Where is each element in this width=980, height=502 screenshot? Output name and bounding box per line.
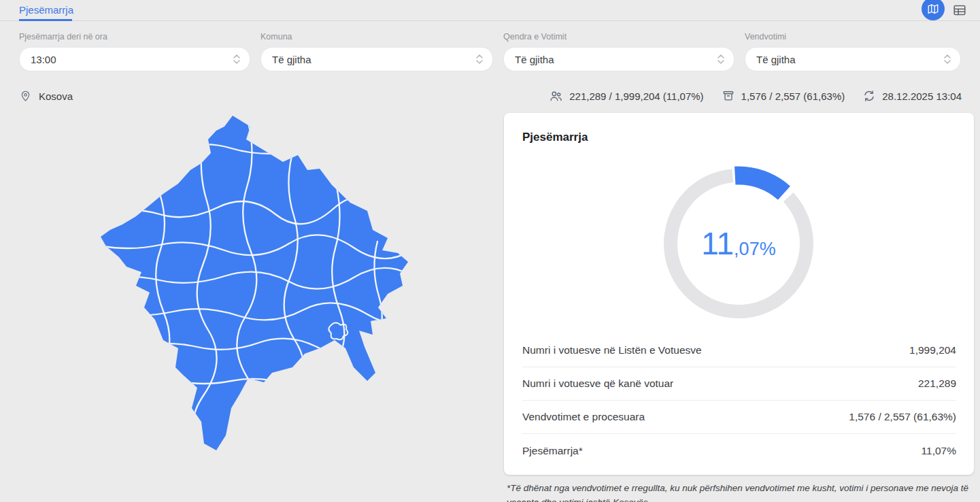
footnote: *Të dhënat nga vendvotimet e rregullta, … bbox=[507, 482, 976, 502]
view-toggle bbox=[922, 0, 968, 20]
selected-value: Të gjitha bbox=[756, 54, 796, 65]
location-name: Kosova bbox=[39, 90, 73, 102]
map-icon bbox=[927, 3, 939, 15]
participation-table: Numri i votuesve në Listën e Votuesve 1,… bbox=[522, 334, 956, 467]
table-row: Numri i votuesve që kanë votuar 221,289 bbox=[522, 367, 956, 401]
polling-stations-stat: 1,576 / 2,557 (61,63%) bbox=[722, 89, 845, 103]
select-chevron-icon bbox=[233, 54, 240, 65]
tab-participation[interactable]: Pjesëmarrja bbox=[19, 4, 73, 16]
donut-track bbox=[671, 175, 807, 312]
voters-stat-value: 221,289 / 1,999,204 (11,07%) bbox=[569, 90, 703, 102]
kosovo-map[interactable] bbox=[95, 112, 415, 459]
voters-stat: 221,289 / 1,999,204 (11,07%) bbox=[549, 89, 703, 103]
select-chevron-icon bbox=[476, 54, 483, 65]
tab-bar: Pjesëmarrja bbox=[0, 0, 980, 21]
filter-municipality: Komuna Të gjitha bbox=[260, 32, 493, 71]
filter-label: Qendra e Votimit bbox=[503, 32, 734, 41]
table-row: Numri i votuesve në Listën e Votuesve 1,… bbox=[522, 334, 956, 367]
location: Kosova bbox=[19, 89, 73, 103]
location-pin-icon bbox=[19, 89, 32, 103]
polling-station-select[interactable]: Të gjitha bbox=[745, 47, 961, 71]
ballot-box-icon bbox=[722, 89, 735, 103]
row-value: 11,07% bbox=[922, 445, 956, 457]
row-label: Numri i votuesve në Listën e Votuesve bbox=[522, 344, 702, 356]
participation-card: Pjesëmarrja 11 ,07% Numri i votuesve në … bbox=[504, 113, 974, 475]
summary-stats: 221,289 / 1,999,204 (11,07%) 1,576 / 2,5… bbox=[549, 89, 962, 103]
row-value: 1,576 / 2,557 (61,63%) bbox=[849, 411, 956, 423]
refresh-icon bbox=[862, 89, 876, 103]
polling-stations-stat-value: 1,576 / 2,557 (61,63%) bbox=[741, 90, 845, 102]
filter-label: Pjesëmarrja deri në ora bbox=[19, 32, 250, 41]
filter-label: Komuna bbox=[260, 32, 493, 41]
participation-donut-chart bbox=[643, 148, 834, 339]
status-row: Kosova 221,289 / 1,999,204 (11,07%) bbox=[19, 86, 962, 105]
map-view-button[interactable] bbox=[922, 0, 945, 20]
last-update-value: 28.12.2025 13:04 bbox=[882, 90, 962, 102]
table-row: Vendvotimet e procesuara 1,576 / 2,557 (… bbox=[522, 401, 956, 434]
select-chevron-icon bbox=[717, 54, 724, 65]
filter-participation-hour: Pjesëmarrja deri në ora 13:00 bbox=[19, 32, 250, 71]
filter-polling-station: Vendvotimi Të gjitha bbox=[745, 32, 961, 71]
voters-icon bbox=[549, 89, 563, 103]
selected-value: Të gjitha bbox=[515, 54, 554, 65]
donut-value-arc bbox=[735, 175, 784, 193]
table-view-button[interactable] bbox=[951, 2, 968, 18]
select-chevron-icon bbox=[944, 54, 951, 65]
row-value: 1,999,204 bbox=[909, 344, 956, 356]
card-title: Pjesëmarrja bbox=[522, 131, 588, 144]
filter-label: Vendvotimi bbox=[745, 32, 961, 41]
selected-value: Të gjitha bbox=[272, 54, 311, 65]
row-label: Numri i votuesve që kanë votuar bbox=[522, 378, 673, 390]
filters-row: Pjesëmarrja deri në ora 13:00 Komuna Të … bbox=[0, 21, 980, 81]
table-row: Pjesëmarrja* 11,07% bbox=[522, 434, 956, 467]
table-icon bbox=[952, 3, 967, 18]
row-value: 221,289 bbox=[918, 378, 956, 390]
kosovo-region-shape bbox=[101, 116, 408, 450]
row-label: Vendvotimet e procesuara bbox=[522, 411, 645, 423]
filter-voting-center: Qendra e Votimit Të gjitha bbox=[503, 32, 734, 71]
selected-value: 13:00 bbox=[31, 54, 56, 65]
municipality-select[interactable]: Të gjitha bbox=[260, 47, 493, 71]
participation-hour-select[interactable]: 13:00 bbox=[19, 47, 250, 71]
last-update-stat: 28.12.2025 13:04 bbox=[862, 89, 962, 103]
voting-center-select[interactable]: Të gjitha bbox=[503, 47, 734, 71]
row-label: Pjesëmarrja* bbox=[522, 445, 583, 457]
